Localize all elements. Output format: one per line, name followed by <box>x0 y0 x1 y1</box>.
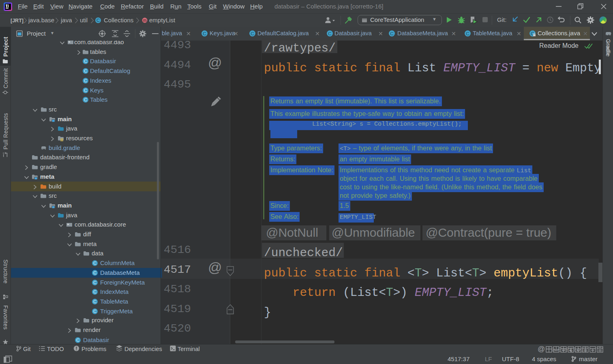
svg-text:m: m <box>143 18 147 23</box>
svg-text:C: C <box>96 18 100 23</box>
svg-text:C: C <box>328 31 331 36</box>
svg-text:C: C <box>203 31 206 36</box>
svg-text:C: C <box>251 31 254 36</box>
svg-text:C: C <box>466 31 469 36</box>
svg-text:C: C <box>390 31 393 36</box>
